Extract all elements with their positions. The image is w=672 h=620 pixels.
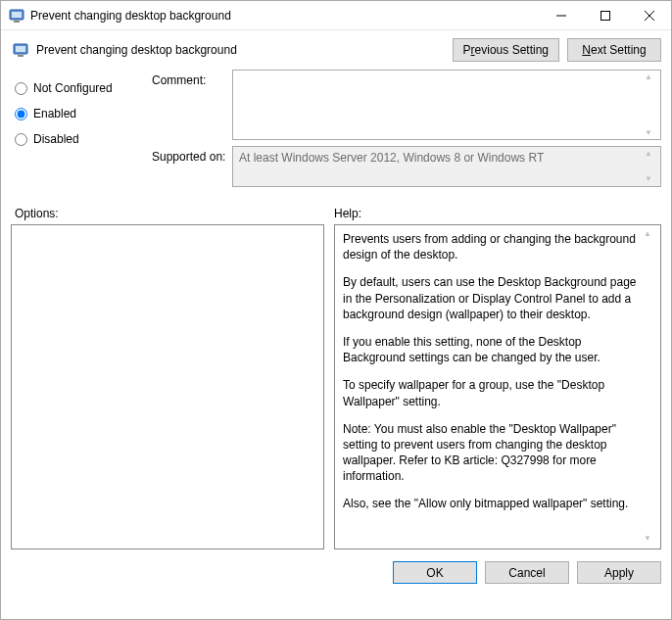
help-paragraph: If you enable this setting, none of the … bbox=[343, 334, 639, 365]
help-text: Prevents users from adding or changing t… bbox=[343, 231, 639, 512]
scrollbar-hint: ▲▼ bbox=[644, 229, 657, 545]
config-area: Not Configured Enabled Disabled Comment:… bbox=[1, 70, 671, 197]
help-label: Help: bbox=[334, 207, 661, 220]
previous-setting-button[interactable]: Previous Setting bbox=[453, 38, 559, 62]
maximize-button[interactable] bbox=[583, 1, 627, 29]
radio-enabled-label: Enabled bbox=[33, 107, 76, 120]
help-paragraph: To specify wallpaper for a group, use th… bbox=[343, 377, 639, 408]
titlebar: Prevent changing desktop background bbox=[1, 1, 671, 30]
state-radio-group: Not Configured Enabled Disabled bbox=[15, 70, 142, 193]
svg-rect-2 bbox=[14, 21, 20, 23]
panels: Prevents users from adding or changing t… bbox=[1, 224, 671, 549]
svg-rect-9 bbox=[18, 55, 24, 57]
close-button[interactable] bbox=[627, 1, 671, 29]
supported-on-text: At least Windows Server 2012, Windows 8 … bbox=[239, 151, 544, 165]
help-paragraph: Prevents users from adding or changing t… bbox=[343, 231, 639, 262]
help-panel[interactable]: Prevents users from adding or changing t… bbox=[334, 224, 661, 549]
panel-labels: Options: Help: bbox=[1, 197, 671, 224]
dialog-footer: OK Cancel Apply bbox=[1, 549, 671, 584]
ok-button[interactable]: OK bbox=[393, 561, 477, 584]
comment-label: Comment: bbox=[152, 70, 232, 140]
radio-disabled-label: Disabled bbox=[33, 132, 79, 146]
radio-not-configured-input[interactable] bbox=[15, 82, 27, 95]
radio-enabled-input[interactable] bbox=[15, 108, 27, 120]
supported-on-box: At least Windows Server 2012, Windows 8 … bbox=[232, 146, 661, 187]
svg-rect-4 bbox=[600, 11, 609, 20]
help-paragraph: By default, users can use the Desktop Ba… bbox=[343, 274, 639, 322]
help-paragraph: Note: You must also enable the "Desktop … bbox=[343, 421, 639, 485]
radio-disabled[interactable]: Disabled bbox=[15, 126, 142, 152]
cancel-button[interactable]: Cancel bbox=[485, 561, 569, 584]
radio-disabled-input[interactable] bbox=[15, 133, 27, 146]
policy-title: Prevent changing desktop background bbox=[36, 43, 445, 57]
options-panel bbox=[11, 224, 324, 549]
fields: Comment: ▲▼ Supported on: At least Windo… bbox=[152, 70, 661, 193]
supported-on-label: Supported on: bbox=[152, 146, 232, 187]
apply-button[interactable]: Apply bbox=[577, 561, 661, 584]
header-row: Prevent changing desktop background Prev… bbox=[1, 30, 671, 70]
scrollbar-hint: ▲▼ bbox=[645, 72, 658, 137]
policy-icon bbox=[13, 42, 28, 58]
scrollbar-hint: ▲▼ bbox=[645, 149, 658, 184]
radio-not-configured-label: Not Configured bbox=[33, 81, 113, 95]
app-icon bbox=[9, 8, 24, 24]
radio-enabled[interactable]: Enabled bbox=[15, 101, 142, 126]
comment-textarea[interactable]: ▲▼ bbox=[232, 70, 661, 140]
options-label: Options: bbox=[15, 207, 324, 220]
svg-rect-8 bbox=[16, 46, 25, 52]
svg-rect-1 bbox=[12, 12, 22, 18]
minimize-button[interactable] bbox=[539, 1, 583, 29]
next-setting-button[interactable]: Next Setting bbox=[567, 38, 661, 62]
window-title: Prevent changing desktop background bbox=[30, 9, 539, 23]
radio-not-configured[interactable]: Not Configured bbox=[15, 75, 142, 101]
help-paragraph: Also, see the "Allow only bitmapped wall… bbox=[343, 496, 639, 511]
